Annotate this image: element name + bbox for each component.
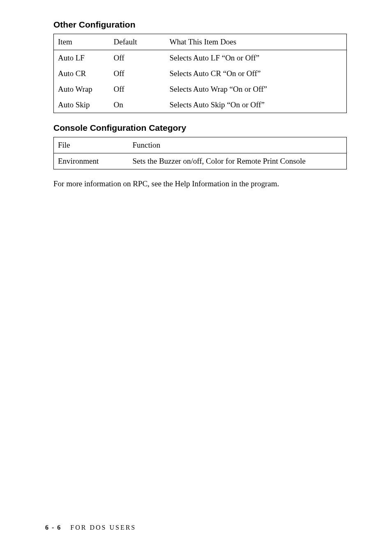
footer-section-name: FOR DOS USERS xyxy=(70,524,136,531)
cell-item: Auto CR xyxy=(54,66,110,81)
cell-function: Sets the Buzzer on/off, Color for Remote… xyxy=(129,153,347,169)
cell-item: Auto Skip xyxy=(54,97,110,113)
cell-file: Environment xyxy=(54,153,129,169)
col-desc: What This Item Does xyxy=(166,34,347,50)
table-row: Auto LF Off Selects Auto LF “On or Off” xyxy=(54,50,347,66)
cell-desc: Selects Auto LF “On or Off” xyxy=(166,50,347,66)
table-row: Auto Skip On Selects Auto Skip “On or Of… xyxy=(54,97,347,113)
table-row: Auto Wrap Off Selects Auto Wrap “On or O… xyxy=(54,81,347,97)
table-row: Environment Sets the Buzzer on/off, Colo… xyxy=(54,153,347,169)
cell-default: Off xyxy=(110,66,166,81)
cell-default: Off xyxy=(110,81,166,97)
console-configuration-table: File Function Environment Sets the Buzze… xyxy=(53,137,347,169)
cell-desc: Selects Auto Skip “On or Off” xyxy=(166,97,347,113)
col-default: Default xyxy=(110,34,166,50)
col-file: File xyxy=(54,137,129,153)
cell-desc: Selects Auto CR “On or Off” xyxy=(166,66,347,81)
table-header-row: Item Default What This Item Does xyxy=(54,34,347,50)
cell-desc: Selects Auto Wrap “On or Off” xyxy=(166,81,347,97)
page-number: 6 - 6 xyxy=(45,524,61,531)
cell-item: Auto LF xyxy=(54,50,110,66)
col-function: Function xyxy=(129,137,347,153)
cell-default: On xyxy=(110,97,166,113)
other-configuration-table: Item Default What This Item Does Auto LF… xyxy=(53,34,347,113)
page-footer: 6 - 6 FOR DOS USERS xyxy=(45,524,136,531)
other-configuration-heading: Other Configuration xyxy=(53,20,347,30)
cell-item: Auto Wrap xyxy=(54,81,110,97)
console-configuration-heading: Console Configuration Category xyxy=(53,123,347,133)
table-header-row: File Function xyxy=(54,137,347,153)
col-item: Item xyxy=(54,34,110,50)
cell-default: Off xyxy=(110,50,166,66)
table-row: Auto CR Off Selects Auto CR “On or Off” xyxy=(54,66,347,81)
body-paragraph: For more information on RPC, see the Hel… xyxy=(53,179,347,188)
